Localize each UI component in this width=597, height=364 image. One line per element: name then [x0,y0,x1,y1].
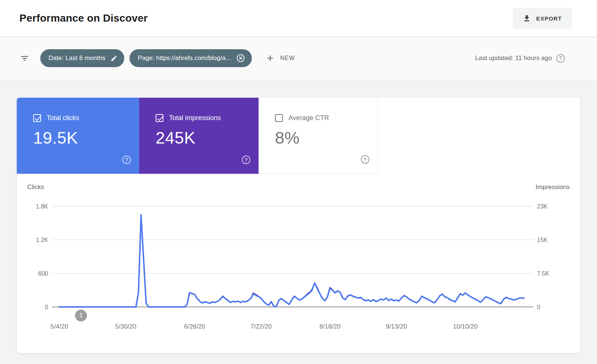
svg-text:1.8K: 1.8K [36,203,48,210]
page-header: Performance on Discover EXPORT [0,0,597,37]
total-clicks-help-icon[interactable] [122,156,131,164]
svg-text:15K: 15K [537,237,548,243]
plus-icon [265,53,275,63]
svg-text:600: 600 [38,270,48,277]
svg-text:10/10/20: 10/10/20 [453,323,478,330]
svg-text:7/22/20: 7/22/20 [250,323,272,330]
page-filter-chip[interactable]: Page: https://ahrefs.com/blog/a... [129,49,251,67]
remove-filter-icon[interactable] [236,54,245,63]
date-filter-chip[interactable]: Date: Last 6 months [40,49,124,67]
average-ctr-help-icon[interactable] [361,155,369,164]
svg-text:8/18/20: 8/18/20 [319,323,341,330]
svg-text:7.5K: 7.5K [537,270,549,277]
metric-tiles: Total clicks 19.5K Total impressions 245… [17,98,378,174]
total-impressions-checkbox[interactable] [156,114,163,122]
last-updated-text: Last updated: 11 hours ago [475,54,552,62]
total-clicks-label: Total clicks [47,114,79,122]
export-button-label: EXPORT [536,15,562,22]
page-title: Performance on Discover [19,12,148,24]
filter-bar: Date: Last 6 months Page: https://ahrefs… [0,37,597,80]
average-ctr-value: 8% [275,128,378,148]
svg-text:23K: 23K [537,203,548,210]
new-filter-button[interactable]: NEW [265,53,295,63]
svg-text:5/4/20: 5/4/20 [50,323,68,330]
svg-text:0: 0 [537,304,540,310]
filter-icon [19,53,30,63]
total-clicks-value: 19.5K [33,128,139,148]
page-filter-label: Page: https://ahrefs.com/blog/a... [138,54,231,62]
tile-total-impressions[interactable]: Total impressions 245K [139,98,259,174]
export-button[interactable]: EXPORT [513,8,572,29]
svg-text:1.2K: 1.2K [36,237,48,243]
pencil-icon[interactable] [110,55,118,62]
date-filter-label: Date: Last 6 months [49,54,105,62]
tile-average-ctr[interactable]: Average CTR 8% [259,98,378,174]
average-ctr-label: Average CTR [288,114,329,122]
new-button-label: NEW [280,55,295,62]
help-icon[interactable] [556,54,565,63]
total-impressions-value: 245K [156,128,259,148]
download-icon [523,14,531,22]
performance-panel: Clicks Impressions 006007.5K1.2K15K1.8K2… [16,97,581,354]
svg-text:9/13/20: 9/13/20 [386,323,407,330]
total-impressions-help-icon[interactable] [242,156,250,164]
tile-total-clicks[interactable]: Total clicks 19.5K [17,98,139,174]
svg-text:5/30/20: 5/30/20 [115,323,137,330]
svg-text:0: 0 [45,304,48,310]
svg-text:6/26/20: 6/26/20 [184,323,205,330]
total-impressions-label: Total impressions [169,114,221,122]
total-clicks-checkbox[interactable] [33,114,41,122]
average-ctr-checkbox[interactable] [275,114,283,122]
annotation-badge-1: 1 [75,310,87,321]
